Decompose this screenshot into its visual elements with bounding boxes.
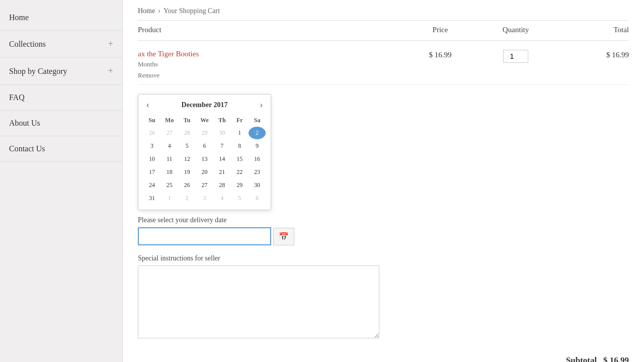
quantity-input[interactable] xyxy=(503,50,528,63)
delivery-input-row: 📅 xyxy=(138,227,294,245)
delivery-label: Please select your delivery date xyxy=(138,216,294,224)
remove-button[interactable]: Remove xyxy=(138,71,403,79)
calendar-day[interactable]: 22 xyxy=(231,166,248,178)
calendar-day[interactable]: 16 xyxy=(249,153,266,165)
calendar-day[interactable]: 15 xyxy=(231,153,248,165)
calendar-grid: Su Mo Tu We Th Fr Sa 26 27 28 29 30 1 2 xyxy=(143,115,266,205)
calendar-day[interactable]: 30 xyxy=(249,179,266,192)
sidebar-item-home[interactable]: Home xyxy=(0,5,122,31)
calendar-day[interactable]: 26 xyxy=(179,179,196,192)
calendar-day[interactable]: 3 xyxy=(143,140,160,152)
calendar-day[interactable]: 4 xyxy=(213,192,230,205)
calendar-section: ‹ December 2017 › Su Mo Tu We Th Fr Sa 2… xyxy=(138,94,294,245)
calendar-day[interactable]: 24 xyxy=(143,179,160,192)
calendar-day[interactable]: 5 xyxy=(231,192,248,205)
calendar-day[interactable]: 9 xyxy=(249,140,266,152)
calendar-day[interactable]: 3 xyxy=(196,192,213,205)
calendar-day[interactable]: 1 xyxy=(231,127,248,139)
day-header-sa: Sa xyxy=(249,115,266,126)
calendar-day[interactable]: 11 xyxy=(161,153,178,165)
calendar-day[interactable]: 25 xyxy=(161,179,178,192)
day-header-th: Th xyxy=(213,115,230,126)
calendar-next-button[interactable]: › xyxy=(257,100,266,111)
sidebar-item-shop-by-category[interactable]: Shop by Category + xyxy=(0,58,122,85)
sidebar-item-faq[interactable]: FAQ xyxy=(0,85,122,111)
calendar-day[interactable]: 14 xyxy=(213,153,230,165)
calendar-header: ‹ December 2017 › xyxy=(143,100,266,111)
product-price: $ 16.99 xyxy=(403,50,478,59)
calendar-day[interactable]: 28 xyxy=(179,127,196,139)
calendar-popup: ‹ December 2017 › Su Mo Tu We Th Fr Sa 2… xyxy=(138,94,271,210)
col-product: Product xyxy=(138,26,403,34)
subtotal-value: $ 16.99 xyxy=(603,355,629,362)
day-header-mo: Mo xyxy=(161,115,178,126)
calendar-day[interactable]: 1 xyxy=(161,192,178,205)
calendar-icon: 📅 xyxy=(279,232,289,241)
day-header-su: Su xyxy=(143,115,160,126)
instructions-textarea[interactable] xyxy=(138,265,379,338)
calendar-day[interactable]: 18 xyxy=(161,166,178,178)
calendar-day[interactable]: 19 xyxy=(179,166,196,178)
product-info: ax the Tiger Booties Months Remove xyxy=(138,50,403,79)
product-quantity xyxy=(478,50,553,63)
sidebar-item-label: FAQ xyxy=(9,93,25,102)
delivery-date-input[interactable] xyxy=(138,227,271,245)
sidebar-item-collections[interactable]: Collections + xyxy=(0,31,122,58)
calendar-day[interactable]: 29 xyxy=(196,127,213,139)
calendar-day[interactable]: 6 xyxy=(249,192,266,205)
col-quantity: Quantity xyxy=(478,26,553,34)
plus-icon: + xyxy=(108,66,113,76)
breadcrumb: Home › Your Shopping Cart xyxy=(138,0,629,20)
day-header-we: We xyxy=(196,115,213,126)
calendar-day[interactable]: 20 xyxy=(196,166,213,178)
col-price: Price xyxy=(403,26,478,34)
calendar-day[interactable]: 12 xyxy=(179,153,196,165)
calendar-day[interactable]: 8 xyxy=(231,140,248,152)
calendar-day[interactable]: 28 xyxy=(213,179,230,192)
breadcrumb-separator: › xyxy=(158,7,160,15)
calendar-day[interactable]: 31 xyxy=(143,192,160,205)
calendar-day[interactable]: 4 xyxy=(161,140,178,152)
subtotal-label: Subtotal xyxy=(566,355,597,362)
calendar-day[interactable]: 7 xyxy=(213,140,230,152)
main-content: Home › Your Shopping Cart Product Price … xyxy=(123,0,644,362)
calendar-day[interactable]: 2 xyxy=(249,127,266,139)
calendar-day[interactable]: 27 xyxy=(161,127,178,139)
calendar-day[interactable]: 2 xyxy=(179,192,196,205)
col-total: Total xyxy=(553,26,629,34)
calendar-day[interactable]: 23 xyxy=(249,166,266,178)
sidebar-item-label: Collections xyxy=(9,40,46,49)
day-header-tu: Tu xyxy=(179,115,196,126)
sidebar: Home Collections + Shop by Category + FA… xyxy=(0,0,123,362)
plus-icon: + xyxy=(108,39,113,49)
cart-table-header: Product Price Quantity Total xyxy=(138,20,629,41)
calendar-day[interactable]: 21 xyxy=(213,166,230,178)
product-total: $ 16.99 xyxy=(553,50,629,59)
calendar-day[interactable]: 29 xyxy=(231,179,248,192)
calendar-prev-button[interactable]: ‹ xyxy=(143,100,152,111)
calendar-day[interactable]: 5 xyxy=(179,140,196,152)
breadcrumb-current: Your Shopping Cart xyxy=(164,7,220,15)
checkout-area: Subtotal $ 16.99 Shipping & taxes calcul… xyxy=(138,355,629,362)
product-sub: Months xyxy=(138,60,403,68)
product-name: ax the Tiger Booties xyxy=(138,50,403,58)
sidebar-item-contact-us[interactable]: Contact Us xyxy=(0,136,122,162)
table-row: ax the Tiger Booties Months Remove $ 16.… xyxy=(138,41,629,85)
calendar-day[interactable]: 6 xyxy=(196,140,213,152)
calendar-day[interactable]: 26 xyxy=(143,127,160,139)
sidebar-item-label: Home xyxy=(9,13,29,22)
sidebar-item-label: Contact Us xyxy=(9,144,45,153)
sidebar-item-about-us[interactable]: About Us xyxy=(0,111,122,136)
calendar-day[interactable]: 13 xyxy=(196,153,213,165)
breadcrumb-home[interactable]: Home xyxy=(138,7,155,15)
sidebar-item-label: About Us xyxy=(9,119,40,128)
calendar-day[interactable]: 30 xyxy=(213,127,230,139)
instructions-section: Special instructions for seller xyxy=(138,254,629,340)
calendar-icon-button[interactable]: 📅 xyxy=(273,228,294,245)
subtotal-line: Subtotal $ 16.99 xyxy=(138,355,629,362)
sidebar-item-label: Shop by Category xyxy=(9,67,67,76)
calendar-day[interactable]: 27 xyxy=(196,179,213,192)
calendar-day[interactable]: 17 xyxy=(143,166,160,178)
calendar-day[interactable]: 10 xyxy=(143,153,160,165)
instructions-label: Special instructions for seller xyxy=(138,254,629,262)
